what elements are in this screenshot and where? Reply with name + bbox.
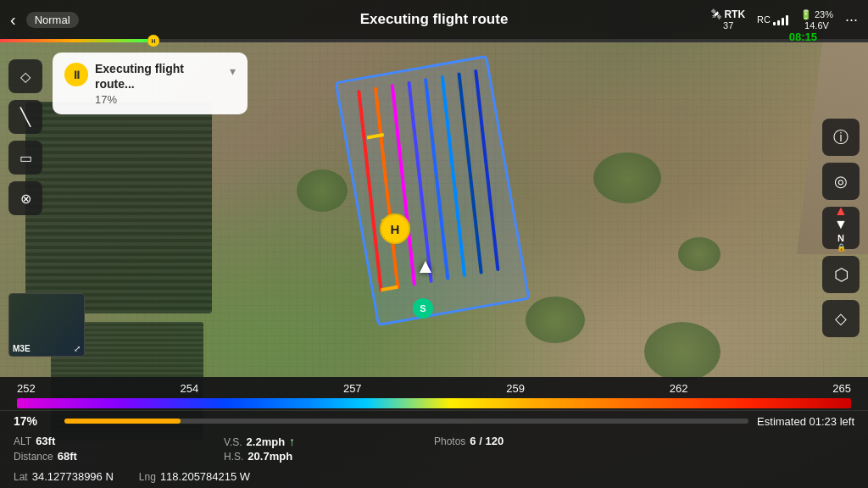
scale-label-4: 262 — [670, 382, 688, 395]
pause-button[interactable]: ⏸ — [64, 63, 88, 86]
vs-value: 2.2mph — [247, 435, 286, 448]
top-right-controls: 🛰 RTK 37 RC 🔋 23% 14.6V — [711, 8, 858, 30]
progress-percentage: 17% — [14, 414, 56, 428]
lng-label: Lng — [139, 471, 156, 483]
lat-label: Lat — [14, 471, 28, 483]
alt-value: 63ft — [36, 435, 55, 447]
dist-label: Distance — [14, 451, 53, 463]
bar-1 — [773, 22, 776, 25]
mode-pill[interactable]: Normal — [26, 12, 79, 28]
veg-patch-4 — [526, 297, 585, 343]
scale-labels: 252 254 257 259 262 265 — [17, 382, 851, 395]
task-text: Executing flight route... 17% — [95, 61, 223, 106]
lock-icon: 🔒 — [837, 243, 846, 252]
photos-label: Photos — [434, 435, 465, 447]
scale-label-3: 259 — [506, 382, 525, 395]
north-down-arrow: ▼ — [834, 218, 848, 231]
data-grid: ALT 63ft V.S. 2.2mph ↑ Photos 6 / 120 Di… — [0, 431, 868, 468]
task-title: Executing flight route... — [95, 61, 223, 92]
solar-panel-area-1 — [25, 102, 212, 313]
veg-patch-3 — [678, 237, 721, 271]
battery-status: 🔋 23% 14.6V — [800, 9, 833, 30]
lng-value: 118.205784215 W — [160, 470, 250, 483]
diamond-tool-button[interactable]: ◇ — [8, 59, 42, 93]
start-marker: S — [413, 298, 433, 319]
task-card: ⏸ Executing flight route... 17% ▾ — [53, 53, 248, 114]
rtk-value: 37 — [723, 20, 733, 30]
progress-time: 08:15 — [789, 30, 817, 43]
bar-2 — [777, 20, 780, 25]
north-label: N — [837, 233, 844, 243]
rectangle-tool-button[interactable]: ▭ — [8, 141, 42, 175]
battery-pct: 23% — [815, 9, 833, 19]
info-button[interactable]: ⓘ — [822, 119, 860, 156]
page-title: Executing flight route — [360, 11, 509, 28]
bar-4 — [786, 15, 788, 25]
progress-fill — [0, 39, 147, 42]
left-toolbar: ◇ ╲ ▭ ⊗ — [8, 59, 42, 215]
progress-bar-container — [64, 419, 748, 424]
drone-cursor: ▲ — [415, 254, 436, 278]
vs-arrow: ↑ — [289, 435, 295, 448]
vs-item: V.S. 2.2mph ↑ — [224, 435, 434, 448]
layers-button[interactable]: ⬡ — [822, 256, 860, 293]
dist-value: 68ft — [58, 450, 77, 463]
back-button[interactable]: ‹ — [10, 10, 16, 30]
map-type-button[interactable]: ◇ — [822, 300, 860, 337]
home-marker: H — [380, 214, 410, 244]
dist-item: Distance 68ft — [14, 450, 224, 463]
color-scale: 252 254 257 259 262 265 — [0, 377, 868, 410]
north-up-arrow: ▲ — [834, 204, 848, 218]
lat-value: 34.127738996 N — [32, 470, 114, 483]
battery-voltage: 14.6V — [804, 20, 829, 30]
vs-label: V.S. — [224, 436, 242, 448]
estimated-time: Estimated 01:23 left — [757, 415, 854, 428]
more-button[interactable]: ··· — [845, 11, 858, 29]
right-toolbar: ⓘ ◎ ▲ ▼ N 🔒 ⬡ ◇ — [822, 119, 860, 337]
alt-item: ALT 63ft — [14, 435, 224, 448]
rtk-status: 🛰 RTK 37 — [711, 8, 745, 30]
mini-camera-view[interactable]: M3E ⤢ — [8, 293, 85, 357]
close-tool-button[interactable]: ⊗ — [8, 181, 42, 215]
alt-label: ALT — [14, 435, 31, 447]
color-scale-bar — [17, 398, 851, 408]
rtk-label: RTK — [724, 8, 745, 20]
north-indicator[interactable]: ▲ ▼ N 🔒 — [822, 207, 860, 249]
hs-label: H.S. — [224, 451, 243, 463]
veg-patch-2 — [593, 152, 661, 203]
scale-label-0: 252 — [17, 382, 36, 395]
mini-expand-icon[interactable]: ⤢ — [74, 344, 81, 353]
mini-camera-label: M3E — [13, 344, 31, 353]
target-button[interactable]: ◎ — [822, 163, 860, 200]
photos-item: Photos 6 / 120 — [434, 435, 854, 448]
line-tool-button[interactable]: ╲ — [8, 100, 42, 134]
task-chevron[interactable]: ▾ — [230, 64, 236, 78]
veg-patch-5 — [644, 322, 721, 381]
progress-track: H 08:15 — [0, 39, 868, 42]
task-percent: 17% — [95, 93, 223, 106]
coords-row: Lat 34.127738996 N Lng 118.205784215 W — [0, 468, 868, 488]
rc-signal: RC — [757, 14, 788, 25]
progress-bar-fill — [64, 419, 181, 424]
scale-label-5: 265 — [832, 382, 851, 395]
photos-value: 6 / 120 — [470, 435, 504, 447]
lat-item: Lat 34.127738996 N — [14, 470, 114, 483]
scale-label-1: 254 — [180, 382, 198, 395]
hs-value: 20.7mph — [248, 450, 292, 463]
hs-item: H.S. 20.7mph — [224, 450, 434, 463]
scale-label-2: 257 — [343, 382, 362, 395]
home-dot: H — [147, 35, 159, 47]
rc-label: RC — [757, 14, 771, 25]
top-bar: ‹ Normal Executing flight route 🛰 RTK 37… — [0, 0, 868, 39]
bar-3 — [782, 18, 784, 25]
veg-patch-1 — [297, 169, 348, 212]
bottom-panel: 252 254 257 259 262 265 17% Estimated 01… — [0, 377, 868, 488]
stats-row: 17% Estimated 01:23 left — [0, 410, 868, 431]
signal-bars — [773, 14, 788, 25]
lng-item: Lng 118.205784215 W — [139, 470, 250, 483]
